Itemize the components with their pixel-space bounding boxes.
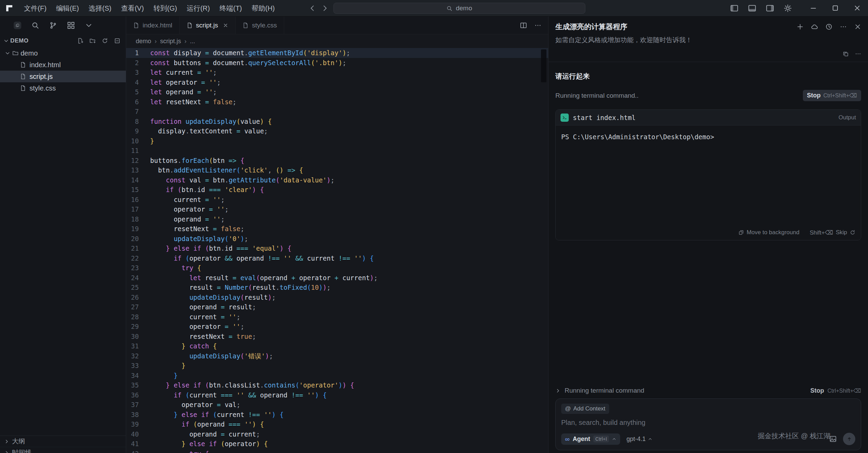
more-icon[interactable] (840, 23, 847, 30)
code-line[interactable]: 19 resetNext = false; (126, 224, 548, 234)
source-control-icon[interactable] (49, 22, 57, 29)
code-line[interactable]: 5let operand = ''; (126, 87, 548, 97)
chat-input-placeholder[interactable]: Plan, search, build anything (561, 419, 855, 427)
code-line[interactable]: 8function updateDisplay(value) { (126, 117, 548, 127)
back-button[interactable] (309, 4, 316, 12)
code-line[interactable]: 33 } (126, 361, 548, 371)
tree-item-style.css[interactable]: style.css (0, 82, 126, 94)
code-line[interactable]: 40 operand = current; (126, 429, 548, 439)
more-actions-icon[interactable] (534, 22, 541, 29)
code-line[interactable]: 9 display.textContent = value; (126, 126, 548, 136)
code-line[interactable]: 6let resetNext = false; (126, 97, 548, 107)
skip-button[interactable]: Shift+⌫ Skip (810, 229, 855, 236)
code-line[interactable]: 20 updateDisplay('0'); (126, 234, 548, 244)
code-line[interactable]: 18 operand = ''; (126, 214, 548, 224)
tree-item-script.js[interactable]: script.js (0, 71, 126, 82)
code-line[interactable]: 31 } catch { (126, 341, 548, 351)
split-editor-icon[interactable] (520, 22, 527, 29)
sidebar-section-时间线[interactable]: 时间线 (0, 447, 126, 453)
code-line[interactable]: 35 } else if (btn.classList.contains('op… (126, 380, 548, 390)
move-to-background-button[interactable]: Move to background (738, 229, 799, 236)
breadcrumb-item[interactable]: demo (136, 38, 151, 45)
extensions-icon[interactable] (67, 22, 75, 29)
history-icon[interactable] (825, 23, 832, 30)
breadcrumb-item[interactable]: script.js (160, 38, 181, 45)
menu-item[interactable]: 编辑(E) (51, 0, 84, 16)
scrollbar-thumb[interactable] (541, 49, 546, 82)
code-line[interactable]: 22 if (operator && operand !== '' && cur… (126, 253, 548, 263)
code-line[interactable]: 3let current = ''; (126, 68, 548, 78)
code-line[interactable]: 39 if (operand === '') { (126, 419, 548, 429)
refresh-icon[interactable] (102, 38, 108, 44)
terminal-output[interactable]: PS C:\Users\Administrator\Desktop\demo> (556, 126, 861, 225)
menu-item[interactable]: 运行(R) (182, 0, 215, 16)
agent-mode-selector[interactable]: ∞ Agent Ctrl+I (561, 433, 620, 445)
stop-button[interactable]: Stop Ctrl+Shift+⌫ (810, 387, 861, 394)
layout-panel-bottom-icon[interactable] (748, 4, 756, 12)
layout-sidebar-left-icon[interactable] (730, 4, 738, 12)
new-folder-icon[interactable] (89, 38, 96, 44)
menu-item[interactable]: 查看(V) (116, 0, 149, 16)
chat-input-box[interactable]: @ Add Context Plan, search, build anythi… (555, 398, 861, 450)
code-line[interactable]: 25 result = Number(result.toFixed(10)); (126, 283, 548, 293)
code-line[interactable]: 4let operator = ''; (126, 78, 548, 87)
cloud-icon[interactable] (811, 23, 818, 30)
layout-sidebar-right-icon[interactable] (766, 4, 774, 12)
tree-item-index.html[interactable]: index.html (0, 59, 126, 71)
code-line[interactable]: 12buttons.forEach(btn => { (126, 156, 548, 166)
code-line[interactable]: 2const buttons = document.querySelectorA… (126, 58, 548, 68)
breadcrumb-item[interactable]: ... (190, 38, 195, 45)
add-context-button[interactable]: @ Add Context (561, 404, 609, 414)
menu-item[interactable]: 选择(S) (84, 0, 116, 16)
stop-button[interactable]: Stop Ctrl+Shift+⌫ (803, 90, 861, 101)
code-line[interactable]: 38 } else if (current !== '') { (126, 410, 548, 420)
code-line[interactable]: 30 resetNext = true; (126, 332, 548, 342)
code-line[interactable]: 32 updateDisplay('错误'); (126, 351, 548, 361)
code-line[interactable]: 42 try { (126, 449, 548, 453)
menu-item[interactable]: 帮助(H) (247, 0, 280, 16)
code-line[interactable]: 23 try { (126, 263, 548, 273)
tab-style.css[interactable]: style.css (236, 16, 284, 34)
code-line[interactable]: 21 } else if (btn.id === 'equal') { (126, 243, 548, 253)
chevron-down-icon[interactable] (3, 38, 9, 44)
collapsed-terminal-status[interactable]: Running terminal command Stop Ctrl+Shift… (555, 383, 861, 398)
close-tab-icon[interactable] (223, 23, 228, 28)
copy-icon[interactable] (843, 51, 849, 57)
code-line[interactable]: 36 if (current === '' && operand !== '')… (126, 390, 548, 400)
code-line[interactable]: 41 } else if (operator) { (126, 439, 548, 449)
menu-item[interactable]: 转到(G) (149, 0, 182, 16)
code-line[interactable]: 27 operand = result; (126, 302, 548, 312)
code-line[interactable]: 28 current = ''; (126, 312, 548, 322)
code-line[interactable]: 29 operator = ''; (126, 322, 548, 332)
forward-button[interactable] (321, 4, 328, 12)
new-file-icon[interactable] (77, 38, 83, 44)
close-panel-icon[interactable] (854, 23, 861, 30)
settings-gear-icon[interactable] (784, 4, 792, 12)
output-label[interactable]: Output (839, 114, 856, 121)
code-line[interactable]: 15 if (btn.id === 'clear') { (126, 185, 548, 195)
close-window-button[interactable] (846, 0, 868, 16)
model-selector[interactable]: gpt-4.1 (626, 436, 652, 443)
send-button[interactable] (843, 433, 855, 445)
code-line[interactable]: 11 (126, 146, 548, 156)
code-editor[interactable]: 1const display = document.getElementById… (126, 48, 548, 453)
collapse-all-icon[interactable] (114, 38, 120, 44)
maximize-button[interactable] (824, 0, 846, 16)
tree-item-demo[interactable]: demo (0, 47, 126, 59)
code-line[interactable]: 7 (126, 107, 548, 117)
new-chat-icon[interactable] (797, 23, 804, 30)
titlebar-search[interactable]: demo (333, 3, 585, 14)
code-line[interactable]: 24 let result = eval(operand + operator … (126, 273, 548, 283)
image-attach-icon[interactable] (829, 435, 837, 443)
code-line[interactable]: 14 const val = btn.getAttribute('data-va… (126, 175, 548, 185)
code-line[interactable]: 37 operator = val; (126, 400, 548, 410)
menu-item[interactable]: 文件(F) (19, 0, 51, 16)
code-line[interactable]: 16 current = ''; (126, 195, 548, 205)
code-line[interactable]: 10} (126, 136, 548, 146)
code-line[interactable]: 26 updateDisplay(result); (126, 293, 548, 302)
minimize-button[interactable] (802, 0, 824, 16)
sidebar-section-大纲[interactable]: 大纲 (0, 436, 126, 447)
code-line[interactable]: 1const display = document.getElementById… (126, 48, 548, 58)
chevron-down-icon[interactable] (85, 22, 93, 29)
explorer-icon[interactable] (14, 22, 21, 29)
